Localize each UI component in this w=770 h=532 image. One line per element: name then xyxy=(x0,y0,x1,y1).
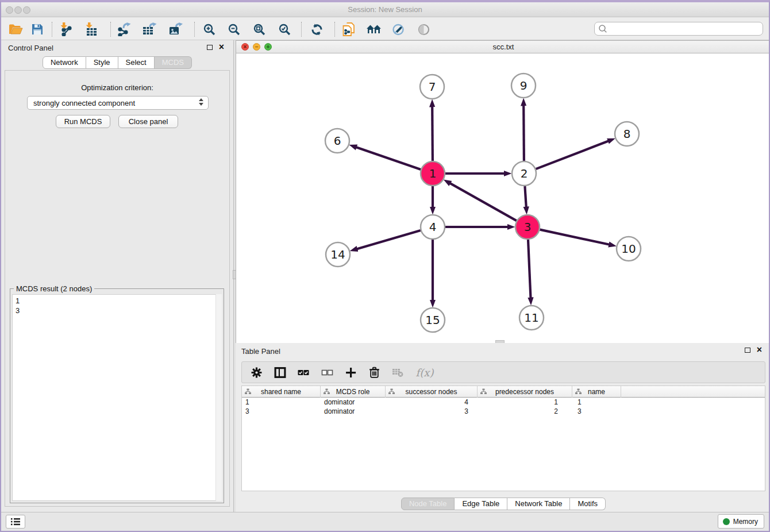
network-canvas[interactable]: 7968124314101511 xyxy=(236,53,770,343)
graph-node-6[interactable]: 6 xyxy=(325,129,349,153)
svg-text:3: 3 xyxy=(524,220,532,234)
equation-builder-icon[interactable]: f(x) xyxy=(414,365,436,380)
column-header-MCDS-role[interactable]: MCDS role xyxy=(321,386,386,398)
graph-node-7[interactable]: 7 xyxy=(420,75,444,99)
graph-edge-3-1[interactable] xyxy=(450,183,517,221)
network-window: × – + scc.txt 7968124314101511 xyxy=(236,40,770,343)
tab-edge-table[interactable]: Edge Table xyxy=(455,498,507,510)
graph-node-15[interactable]: 15 xyxy=(421,308,445,332)
search-icon xyxy=(598,24,607,33)
close-panel-icon[interactable]: × xyxy=(757,344,762,356)
graph-node-11[interactable]: 11 xyxy=(519,306,544,330)
delete-columns-icon[interactable] xyxy=(367,365,382,380)
graph-node-1[interactable]: 1 xyxy=(421,161,445,186)
tab-motifs[interactable]: Motifs xyxy=(570,498,606,510)
import-network-icon[interactable] xyxy=(57,21,75,37)
graph-node-14[interactable]: 14 xyxy=(326,242,350,267)
select-all-icon[interactable] xyxy=(296,365,311,380)
result-scrollbar[interactable] xyxy=(215,294,222,501)
graph-node-2[interactable]: 2 xyxy=(512,161,536,186)
graph-edge-1-7[interactable] xyxy=(432,106,433,161)
node-table-body: 1dominator4113dominator323 xyxy=(242,398,765,416)
tab-mcds[interactable]: MCDS xyxy=(155,56,192,69)
table-cell: 3 xyxy=(572,407,621,416)
run-mcds-button[interactable]: Run MCDS xyxy=(56,115,110,128)
criterion-select[interactable]: strongly connected component xyxy=(27,96,209,110)
toolbar-separator xyxy=(52,22,52,37)
zoom-fit-icon[interactable] xyxy=(251,21,268,37)
graph-edge-3-11[interactable] xyxy=(528,240,531,298)
export-image-icon[interactable] xyxy=(168,21,185,37)
control-panel-tabs: NetworkStyleSelectMCDS xyxy=(1,56,233,69)
first-neighbors-icon[interactable] xyxy=(364,21,384,37)
deselect-all-icon[interactable] xyxy=(319,365,334,380)
graphics-details-icon[interactable] xyxy=(390,21,407,37)
graph-edge-4-14[interactable] xyxy=(357,230,421,249)
graph-node-4[interactable]: 4 xyxy=(421,215,445,239)
zoom-selected-icon[interactable] xyxy=(276,21,293,37)
table-tabs: Node TableEdge TableNetwork TableMotifs xyxy=(236,498,770,510)
clone-network-icon[interactable] xyxy=(340,21,357,37)
export-table-icon[interactable] xyxy=(141,21,159,37)
tab-style[interactable]: Style xyxy=(86,56,118,69)
graph-edge-2-9[interactable] xyxy=(523,105,524,161)
search-input[interactable] xyxy=(594,22,763,36)
table-panel-title: Table Panel xyxy=(241,347,280,356)
table-cell: dominator xyxy=(321,398,386,407)
table-cell: 3 xyxy=(242,407,321,416)
control-panel-title: Control Panel xyxy=(8,44,53,52)
float-window-icon[interactable] xyxy=(745,348,750,353)
tab-select[interactable]: Select xyxy=(118,56,155,69)
graph-node-10[interactable]: 10 xyxy=(617,237,641,261)
table-row[interactable]: 3dominator323 xyxy=(242,407,765,416)
import-table-icon[interactable] xyxy=(83,21,100,37)
memory-button[interactable]: Memory xyxy=(718,514,764,529)
zoom-out-icon[interactable] xyxy=(225,21,242,37)
column-header-shared-name[interactable]: shared name xyxy=(242,386,321,398)
table-cell: 1 xyxy=(478,398,572,407)
svg-text:2: 2 xyxy=(521,167,528,180)
graph-edge-2-8[interactable] xyxy=(536,141,609,169)
export-network-icon[interactable] xyxy=(116,21,133,37)
close-panel-icon[interactable]: × xyxy=(219,41,224,53)
task-history-button[interactable] xyxy=(6,515,25,529)
svg-text:14: 14 xyxy=(330,248,345,261)
app-window: Session: New Session xyxy=(0,0,770,532)
tab-node-table[interactable]: Node Table xyxy=(401,498,455,510)
graph-edge-3-10[interactable] xyxy=(540,230,610,245)
node-table-header: shared nameMCDS rolesuccessor nodesprede… xyxy=(242,386,765,398)
zoom-in-icon[interactable] xyxy=(201,21,218,37)
delete-table-icon[interactable] xyxy=(390,365,405,380)
column-header-successor-nodes[interactable]: successor nodes xyxy=(386,386,478,398)
save-session-icon[interactable] xyxy=(29,21,46,37)
table-cell: dominator xyxy=(321,407,386,416)
tab-network[interactable]: Network xyxy=(43,56,86,69)
create-column-icon[interactable] xyxy=(343,365,358,380)
column-header-predecessor-nodes[interactable]: predecessor nodes xyxy=(478,386,572,398)
refresh-layout-icon[interactable] xyxy=(308,21,325,37)
birds-eye-view-icon[interactable] xyxy=(415,21,432,37)
graph-node-9[interactable]: 9 xyxy=(511,74,536,98)
graph-node-3[interactable]: 3 xyxy=(515,215,540,239)
table-options-icon[interactable] xyxy=(249,365,264,380)
open-session-icon[interactable] xyxy=(7,21,24,37)
svg-text:9: 9 xyxy=(520,79,528,92)
svg-text:1: 1 xyxy=(429,167,437,180)
graph-edge-2-3[interactable] xyxy=(525,186,526,207)
table-row[interactable]: 1dominator411 xyxy=(242,398,765,407)
graph-edge-1-6[interactable] xyxy=(356,147,421,169)
close-panel-button[interactable]: Close panel xyxy=(118,115,178,128)
memory-label: Memory xyxy=(733,518,758,526)
tab-network-table[interactable]: Network Table xyxy=(507,498,570,510)
column-visibility-icon[interactable] xyxy=(272,365,287,380)
main-toolbar xyxy=(1,17,769,40)
node-table: shared nameMCDS rolesuccessor nodesprede… xyxy=(241,385,765,491)
control-panel-header: Control Panel × xyxy=(1,40,233,55)
status-bar: Memory xyxy=(1,512,769,531)
column-header-name[interactable]: name xyxy=(572,386,621,398)
mcds-panel: Optimization criterion: strongly connect… xyxy=(5,70,230,507)
float-window-icon[interactable] xyxy=(207,45,213,50)
graph-node-8[interactable]: 8 xyxy=(615,122,639,146)
mcds-result-text[interactable]: 1 3 xyxy=(12,294,222,501)
mcds-result-group: MCDS result (2 nodes) 1 3 xyxy=(10,288,224,503)
